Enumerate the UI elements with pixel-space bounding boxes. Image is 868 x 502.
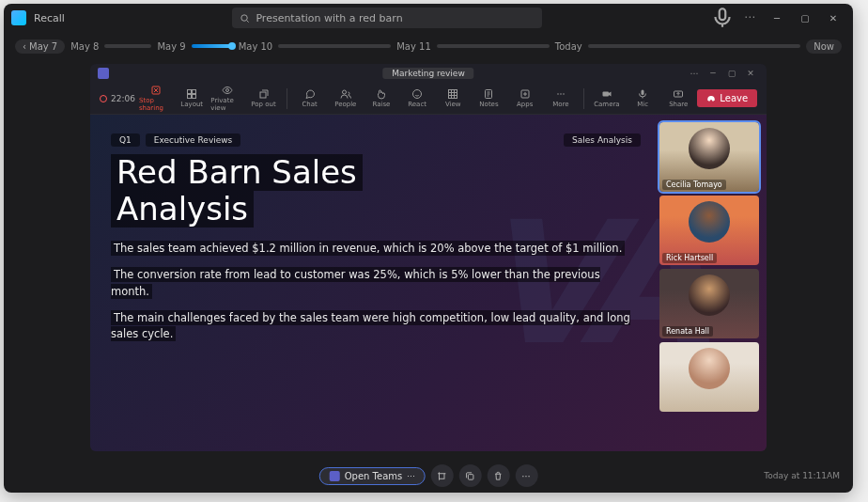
chat-button[interactable]: Chat <box>293 85 327 113</box>
avatar <box>689 275 730 316</box>
svg-point-0 <box>241 14 247 20</box>
teams-icon <box>330 471 340 481</box>
svg-point-10 <box>413 90 422 99</box>
svg-rect-4 <box>193 90 196 94</box>
slide-paragraph: The sales team achieved $1.2 million in … <box>111 241 641 257</box>
close-button[interactable]: ✕ <box>821 8 845 27</box>
svg-rect-18 <box>642 90 644 96</box>
svg-rect-20 <box>440 473 445 478</box>
recall-logo-icon <box>11 10 26 25</box>
slide-tag: Executive Reviews <box>146 133 240 147</box>
teams-more-icon[interactable]: ⋯ <box>686 69 703 78</box>
more-button[interactable]: More <box>544 85 578 113</box>
svg-rect-6 <box>193 95 196 99</box>
timeline-segment[interactable] <box>588 44 800 48</box>
timeline-segment[interactable] <box>104 44 151 48</box>
crop-button[interactable] <box>430 464 453 487</box>
avatar <box>689 201 730 243</box>
svg-point-9 <box>342 90 346 94</box>
presentation-slide: Q1 Executive Reviews Sales Analysis Red … <box>98 122 654 444</box>
notes-button[interactable]: Notes <box>472 85 505 113</box>
timeline-day-label: May 11 <box>396 41 431 52</box>
react-button[interactable]: React <box>400 85 434 113</box>
chevron-left-icon: ‹ <box>23 41 26 52</box>
timeline-segment-active[interactable] <box>192 44 233 48</box>
teams-maximize-icon[interactable]: ▢ <box>723 69 740 78</box>
content-area: Marketing review ⋯ ─ ▢ ✕ 22:06 Stop shar… <box>4 60 853 459</box>
layout-button[interactable]: Layout <box>175 85 209 113</box>
participant-tile[interactable] <box>659 342 759 412</box>
svg-rect-3 <box>188 90 192 94</box>
timeline-segment[interactable] <box>437 44 550 48</box>
copy-button[interactable] <box>458 464 481 487</box>
svg-rect-1 <box>720 8 726 20</box>
avatar <box>689 128 730 169</box>
timeline-day-label: Today <box>555 41 582 52</box>
bottombar-more-button[interactable]: ⋯ <box>515 464 537 487</box>
svg-rect-11 <box>449 90 457 99</box>
open-teams-button[interactable]: Open Teams ⋯ <box>319 467 426 485</box>
slide-tag: Sales Analysis <box>564 133 641 147</box>
participants-panel: Cecilia Tomayo Rick Hartsell Renata Hall <box>659 122 759 444</box>
recording-indicator: 22:06 <box>100 94 135 103</box>
leave-icon <box>706 94 716 103</box>
popout-button[interactable]: Pop out <box>246 85 280 113</box>
svg-rect-17 <box>602 92 609 97</box>
timeline-day-label: May 9 <box>157 41 185 52</box>
titlebar-more-button[interactable]: ⋯ <box>738 8 761 27</box>
mic-button[interactable]: Mic <box>626 85 659 113</box>
svg-point-14 <box>557 93 559 95</box>
snapshot-timestamp: Today at 11:11AM <box>764 471 840 480</box>
mic-search-icon[interactable] <box>710 8 735 27</box>
search-input[interactable]: Presentation with a red barn <box>232 8 542 28</box>
slide-title: Red Barn Sales Analysis <box>111 154 641 227</box>
avatar <box>689 348 730 389</box>
raise-button[interactable]: Raise <box>364 85 398 113</box>
timeline-now-button[interactable]: Now <box>806 39 842 54</box>
delete-button[interactable] <box>487 464 509 487</box>
share-button[interactable]: Share <box>661 85 695 113</box>
people-button[interactable]: People <box>329 85 363 113</box>
view-button[interactable]: View <box>436 85 470 113</box>
svg-rect-8 <box>260 92 266 98</box>
svg-rect-21 <box>468 474 473 479</box>
timeline-segment[interactable] <box>278 44 391 48</box>
titlebar: Recall Presentation with a red barn ⋯ ─ … <box>4 4 853 32</box>
teams-minimize-icon[interactable]: ─ <box>705 69 721 78</box>
slide-paragraph: The main challenges faced by the sales t… <box>111 310 641 343</box>
maximize-button[interactable]: ▢ <box>793 8 817 27</box>
snapshot-window: Marketing review ⋯ ─ ▢ ✕ 22:06 Stop shar… <box>90 64 767 451</box>
teams-close-icon[interactable]: ✕ <box>742 69 759 78</box>
private-view-button[interactable]: Private view <box>210 85 244 113</box>
timeline-back-button[interactable]: ‹ May 7 <box>15 39 65 54</box>
svg-point-15 <box>560 93 562 95</box>
participant-tile[interactable]: Cecilia Tomayo <box>659 122 759 192</box>
teams-toolbar: 22:06 Stop sharing Layout Private view P… <box>90 83 767 115</box>
svg-point-7 <box>226 89 229 92</box>
search-icon <box>240 13 250 24</box>
teams-icon <box>98 68 109 79</box>
participant-tile[interactable]: Rick Hartsell <box>659 196 759 265</box>
slide-paragraph: The conversion rate from lead to custome… <box>111 267 641 300</box>
teams-window-title: Marketing review <box>382 68 473 79</box>
svg-point-16 <box>563 93 565 95</box>
recall-app-window: Recall Presentation with a red barn ⋯ ─ … <box>4 4 853 493</box>
timeline[interactable]: ‹ May 7 May 8 May 9 May 10 May 11 Today … <box>4 32 853 60</box>
teams-titlebar: Marketing review ⋯ ─ ▢ ✕ <box>90 64 767 83</box>
record-dot-icon <box>100 95 107 102</box>
timeline-day-label: May 10 <box>239 41 273 52</box>
camera-button[interactable]: Camera <box>590 85 624 113</box>
slide-tag: Q1 <box>111 133 140 147</box>
chevron-down-icon: ⋯ <box>407 472 414 480</box>
minimize-button[interactable]: ─ <box>765 8 789 27</box>
timeline-day-label: May 8 <box>70 41 99 52</box>
bottom-toolbar: Open Teams ⋯ ⋯ Today at 11:11AM <box>4 459 853 493</box>
apps-button[interactable]: Apps <box>508 85 542 113</box>
stop-sharing-button[interactable]: Stop sharing <box>139 85 173 113</box>
teams-meeting-body: VA Q1 Executive Reviews Sales Analysis R… <box>90 115 767 451</box>
leave-button[interactable]: Leave <box>697 89 757 107</box>
participant-tile[interactable]: Renata Hall <box>659 269 759 338</box>
search-text: Presentation with a red barn <box>256 12 402 24</box>
svg-rect-5 <box>188 95 192 99</box>
app-name: Recall <box>34 12 65 24</box>
